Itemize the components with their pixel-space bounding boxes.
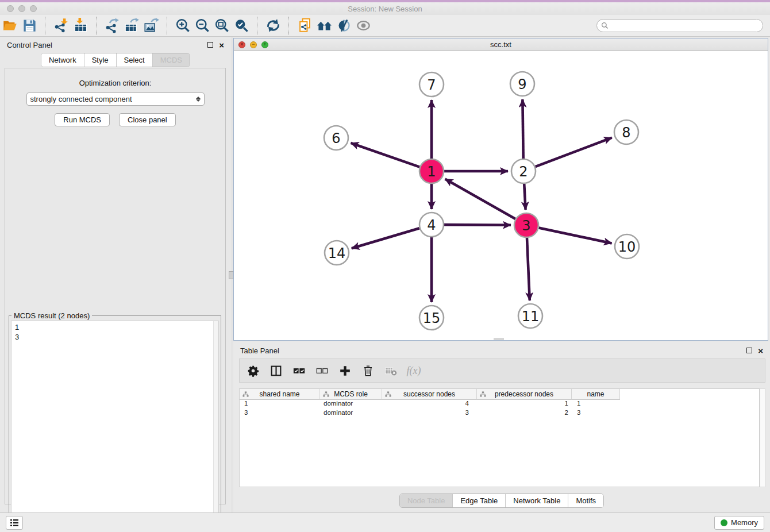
edge-2-9[interactable] (522, 99, 523, 159)
graph-node-11[interactable]: 11 (518, 304, 542, 328)
column-header-predecessor-nodes[interactable]: predecessor nodes (477, 389, 572, 400)
svg-text:4: 4 (427, 217, 436, 233)
control-panel-float-icon[interactable] (207, 42, 213, 48)
tab-edge-table[interactable]: Edge Table (453, 494, 506, 507)
column-header-successor-nodes[interactable]: successor nodes (382, 389, 477, 400)
network-canvas[interactable]: 7968124314101511 (234, 51, 768, 340)
search-input[interactable] (611, 22, 763, 30)
zoom-in-button[interactable] (173, 17, 192, 35)
zoom-selected-icon (234, 18, 249, 33)
table-row[interactable]: 3dominator323 (240, 409, 759, 418)
tab-node-table[interactable]: Node Table (400, 494, 453, 507)
edge-1-6[interactable] (351, 143, 420, 167)
clone-network-button[interactable] (295, 17, 314, 35)
first-neighbors-button[interactable] (314, 17, 334, 35)
mcds-result-list[interactable]: 13 (11, 321, 219, 529)
graph-node-14[interactable]: 14 (325, 241, 349, 265)
deselect-all-rows-button[interactable] (314, 363, 329, 378)
mcds-result-group: MCDS result (2 nodes) 13 (9, 315, 221, 531)
mcds-result-item[interactable]: 3 (15, 332, 218, 342)
export-table-button[interactable] (122, 17, 141, 35)
export-image-button[interactable] (141, 17, 161, 35)
edge-4-14[interactable] (352, 228, 419, 248)
tab-motifs[interactable]: Motifs (568, 494, 603, 507)
select-all-rows-icon (293, 365, 305, 377)
mcds-result-item[interactable]: 1 (15, 322, 218, 332)
control-panel-close-icon[interactable]: × (219, 41, 224, 49)
edge-2-8[interactable] (536, 138, 612, 167)
import-table-icon (73, 18, 88, 33)
graph-node-10[interactable]: 10 (615, 234, 639, 259)
dropdown-stepper-icon (196, 97, 201, 102)
column-type-icon (242, 391, 249, 398)
zoom-out-icon (195, 18, 210, 33)
network-graph[interactable]: 7968124314101511 (234, 51, 768, 340)
apply-layout-button[interactable] (263, 17, 283, 35)
edge-2-3[interactable] (524, 184, 525, 210)
edge-3-1[interactable] (445, 179, 515, 219)
criterion-dropdown[interactable]: strongly connected component (26, 92, 205, 106)
save-session-button[interactable] (20, 17, 39, 35)
tab-style[interactable]: Style (84, 53, 117, 67)
graph-node-3[interactable]: 3 (514, 213, 538, 237)
table-row[interactable]: 1dominator411 (240, 400, 759, 409)
show-details-button[interactable] (353, 17, 373, 35)
table-cell: 4 (382, 400, 477, 409)
network-close-button[interactable]: × (238, 41, 245, 48)
table-panel-close-icon[interactable]: × (758, 346, 763, 355)
edge-4-3[interactable] (444, 225, 511, 225)
table-scrollbar[interactable] (760, 388, 765, 487)
table-cell: 3 (572, 409, 620, 418)
open-session-button[interactable] (0, 17, 20, 35)
select-all-rows-button[interactable] (291, 363, 306, 378)
export-network-button[interactable] (102, 17, 122, 35)
graph-node-9[interactable]: 9 (510, 72, 534, 96)
memory-button[interactable]: Memory (714, 516, 764, 530)
zoom-fit-icon (214, 18, 230, 33)
column-header-shared-name[interactable]: shared name (240, 389, 320, 400)
zoom-fit-button[interactable] (212, 17, 232, 35)
graph-node-6[interactable]: 6 (324, 126, 348, 150)
show-columns-button[interactable] (268, 363, 283, 378)
zoom-out-button[interactable] (192, 17, 212, 35)
graph-node-2[interactable]: 2 (511, 159, 536, 183)
table-settings-button[interactable] (245, 363, 260, 378)
tab-mcds[interactable]: MCDS (153, 53, 190, 67)
network-window-titlebar[interactable]: scc.txt × − + (234, 38, 768, 51)
run-mcds-button[interactable]: Run MCDS (55, 113, 110, 126)
hide-details-button[interactable] (334, 17, 353, 35)
task-history-button[interactable] (6, 516, 23, 530)
search-box[interactable] (596, 19, 763, 32)
table-panel-float-icon[interactable] (746, 348, 752, 353)
network-maximize-button[interactable]: + (261, 41, 268, 48)
delete-column-button[interactable] (360, 363, 375, 378)
zoom-selected-button[interactable] (232, 17, 251, 35)
tab-network-table[interactable]: Network Table (506, 494, 568, 507)
tab-network[interactable]: Network (41, 53, 84, 67)
delete-table-button[interactable] (383, 363, 398, 378)
control-panel-tabs: NetworkStyleSelectMCDS (0, 53, 231, 67)
function-builder-button[interactable]: f(x) (406, 363, 421, 378)
node-table[interactable]: shared nameMCDS rolesuccessor nodesprede… (239, 388, 760, 487)
import-network-button[interactable] (51, 17, 71, 35)
result-scrollbar[interactable] (213, 321, 218, 529)
edge-3-10[interactable] (539, 228, 612, 244)
network-minimize-button[interactable]: − (250, 41, 257, 48)
column-header-name[interactable]: name (572, 389, 620, 400)
tab-select[interactable]: Select (117, 53, 153, 67)
graph-node-15[interactable]: 15 (419, 306, 444, 330)
network-scroll-thumb[interactable] (494, 338, 504, 340)
graph-node-7[interactable]: 7 (419, 72, 444, 97)
graph-node-4[interactable]: 4 (419, 213, 444, 237)
close-panel-button[interactable]: Close panel (119, 113, 176, 126)
show-columns-icon (270, 365, 282, 377)
save-session-icon (22, 18, 37, 33)
add-column-button[interactable] (337, 363, 352, 378)
column-header-MCDS-role[interactable]: MCDS role (320, 389, 382, 400)
edge-3-11[interactable] (527, 238, 530, 300)
export-table-icon (124, 18, 140, 33)
graph-node-1[interactable]: 1 (419, 159, 444, 183)
import-table-button[interactable] (71, 17, 90, 35)
control-panel-header: Control Panel × (0, 37, 231, 53)
graph-node-8[interactable]: 8 (614, 120, 638, 144)
